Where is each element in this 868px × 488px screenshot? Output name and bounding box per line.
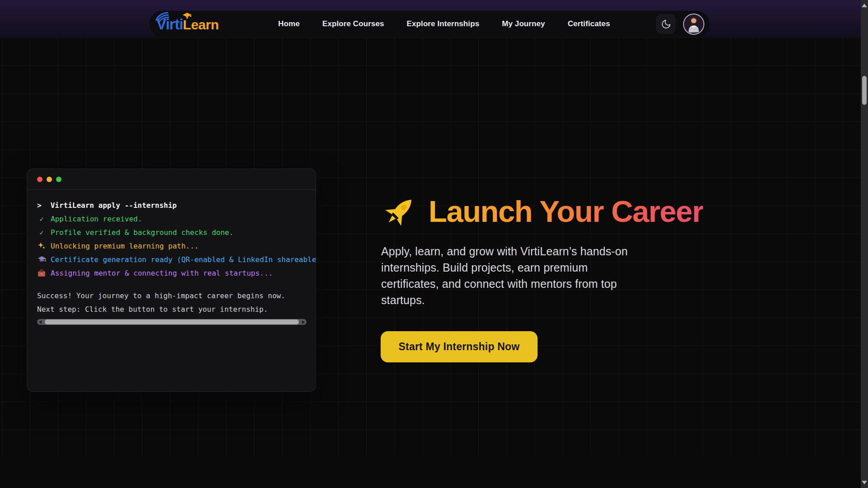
theme-toggle-button[interactable]: [656, 14, 676, 34]
nav-link-my-journey[interactable]: My Journey: [502, 19, 545, 28]
scroll-left-arrow-icon[interactable]: [39, 320, 42, 324]
hero-heading-row: Launch Your Career: [382, 194, 703, 229]
terminal-window: >VirtiLearn apply --internship ✓ Applica…: [27, 169, 316, 392]
hero-title: Launch Your Career: [429, 195, 703, 228]
check-icon: ✓: [37, 228, 46, 237]
terminal-prompt: >: [37, 201, 42, 210]
terminal-command-line: >VirtiLearn apply --internship: [37, 198, 316, 212]
nav-link-home[interactable]: Home: [278, 19, 300, 28]
terminal-horizontal-scrollbar[interactable]: [37, 319, 307, 325]
scroll-right-arrow-icon[interactable]: [302, 320, 305, 324]
logo[interactable]: Virti Learn: [156, 17, 219, 32]
avatar-illustration: [684, 14, 703, 35]
nav-link-explore-courses[interactable]: Explore Courses: [322, 19, 384, 28]
terminal-titlebar: [27, 169, 316, 190]
terminal-command-text: VirtiLearn apply --internship: [51, 201, 177, 210]
terminal-output: >VirtiLearn apply --internship ✓ Applica…: [27, 190, 316, 325]
hero-description: Apply, learn, and grow with VirtiLearn’s…: [381, 243, 639, 308]
terminal-line: ✓ Application received.: [37, 212, 316, 225]
terminal-blank-line: [37, 280, 316, 289]
vertical-scrollbar-thumb[interactable]: [862, 76, 867, 105]
user-avatar[interactable]: [683, 14, 704, 35]
nav-links: Home Explore Courses Explore Internships…: [278, 19, 610, 28]
graduation-cap-icon: [182, 12, 192, 19]
window-maximize-dot[interactable]: [56, 177, 61, 182]
terminal-next-step-message: Next step: Click the button to start you…: [37, 302, 316, 316]
window-minimize-dot[interactable]: [47, 177, 52, 182]
scroll-up-arrow-icon[interactable]: [862, 4, 867, 7]
terminal-line: ✓ Profile verified & background checks d…: [37, 225, 316, 239]
nav-link-explore-internships[interactable]: Explore Internships: [407, 19, 480, 28]
page: Virti Learn Home Explore Courses Explore…: [0, 0, 868, 488]
page-vertical-scrollbar[interactable]: [861, 0, 868, 488]
terminal-line: Assigning mentor & connecting with real …: [37, 266, 316, 280]
scroll-down-arrow-icon[interactable]: [862, 481, 867, 484]
check-icon: ✓: [37, 215, 46, 223]
navbar: Virti Learn Home Explore Courses Explore…: [149, 11, 710, 37]
terminal-success-message: Success! Your journey to a high-impact c…: [37, 289, 316, 302]
rocket-icon: [382, 194, 417, 229]
terminal-line: Certificate generation ready (QR-enabled…: [37, 253, 316, 266]
sparkles-icon: [37, 242, 46, 250]
terminal-line: Unlocking premium learning path...: [37, 239, 316, 253]
moon-icon: [661, 19, 671, 29]
briefcase-icon: [37, 269, 46, 277]
graduation-cap-icon: [37, 256, 46, 263]
nav-link-certificates[interactable]: Certificates: [568, 19, 610, 28]
window-close-dot[interactable]: [37, 177, 42, 182]
start-internship-button[interactable]: Start My Internship Now: [381, 331, 538, 362]
logo-wings-icon: [155, 11, 170, 23]
horizontal-scrollbar-thumb[interactable]: [45, 319, 299, 324]
